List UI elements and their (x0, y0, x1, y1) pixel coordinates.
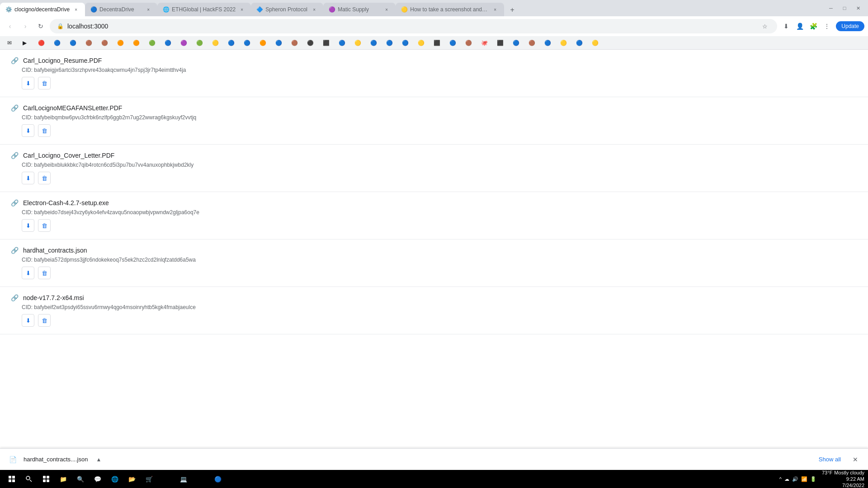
file-2-download-button[interactable]: ⬇ (22, 124, 34, 137)
bookmark-17[interactable]: 🟠 (256, 39, 270, 47)
maximize-button[interactable]: □ (838, 2, 851, 14)
bookmark-7[interactable]: 🟤 (98, 39, 112, 47)
back-button[interactable]: ‹ (4, 20, 16, 33)
bookmark-34[interactable]: 🟤 (525, 39, 539, 47)
show-all-button[interactable]: Show all (815, 454, 844, 465)
taskbar-chat[interactable]: 💬 (90, 471, 106, 487)
tray-chevron[interactable]: ^ (779, 476, 782, 482)
bookmark-26[interactable]: 🔵 (398, 39, 412, 47)
taskbar-task-view[interactable] (38, 471, 54, 487)
taskbar-search-2[interactable]: 🔍 (72, 471, 89, 487)
file-1-download-button[interactable]: ⬇ (22, 77, 34, 89)
bookmark-30[interactable]: 🟤 (462, 39, 476, 47)
tray-cloud[interactable]: ☁ (784, 476, 789, 482)
bookmark-22[interactable]: 🔵 (335, 39, 349, 47)
close-button[interactable]: ✕ (852, 2, 864, 14)
bookmark-14[interactable]: 🟡 (208, 39, 222, 47)
bookmark-4[interactable]: 🔵 (50, 39, 64, 47)
taskbar-node[interactable]: ⬡ (193, 471, 209, 487)
downloads-icon[interactable]: ⬇ (780, 20, 793, 33)
bookmark-38[interactable]: 🟡 (588, 39, 602, 47)
taskbar-mail[interactable]: ✉ (158, 471, 175, 487)
tab-5-close[interactable]: × (383, 6, 390, 13)
bookmark-36[interactable]: 🟡 (557, 39, 571, 47)
bookmark-youtube[interactable]: ▶ (19, 39, 33, 47)
tab-1[interactable]: ⚙️ clocigno/decentraDrive × (0, 3, 85, 16)
bookmark-24[interactable]: 🔵 (367, 39, 381, 47)
file-5-delete-button[interactable]: 🗑 (38, 267, 51, 279)
bookmark-15[interactable]: 🔵 (224, 39, 238, 47)
bookmark-19[interactable]: 🟤 (288, 39, 302, 47)
bookmark-37[interactable]: 🔵 (572, 39, 586, 47)
taskbar-dev[interactable]: 💻 (175, 471, 192, 487)
file-6-download-button[interactable]: ⬇ (22, 314, 34, 327)
bookmark-21[interactable]: ⬛ (319, 39, 333, 47)
tray-volume[interactable]: 🔊 (792, 476, 798, 482)
file-2-delete-button[interactable]: 🗑 (38, 124, 51, 137)
taskbar-file-explorer[interactable]: 📁 (55, 471, 71, 487)
taskbar-store[interactable]: 🛒 (141, 471, 157, 487)
new-tab-button[interactable]: + (506, 4, 519, 16)
extensions-icon[interactable]: 🧩 (807, 20, 820, 33)
file-4-delete-button[interactable]: 🗑 (38, 219, 51, 232)
tray-network[interactable]: 📶 (801, 476, 807, 482)
bookmark-11[interactable]: 🔵 (161, 39, 175, 47)
bookmark-35[interactable]: 🔵 (541, 39, 555, 47)
bookmark-27[interactable]: 🟡 (414, 39, 428, 47)
file-1-delete-button[interactable]: 🗑 (38, 77, 51, 89)
file-6-delete-button[interactable]: 🗑 (38, 314, 51, 327)
taskbar-browser[interactable]: 🌐 (107, 471, 123, 487)
bookmark-20[interactable]: ⚫ (303, 39, 317, 47)
bookmark-gmail[interactable]: ✉ (4, 39, 17, 47)
bookmark-28[interactable]: ⬛ (430, 39, 444, 47)
bookmark-13[interactable]: 🟢 (193, 39, 207, 47)
tab-6[interactable]: 🟡 How to take a screenshot and s… × (396, 3, 504, 16)
bookmark-32[interactable]: ⬛ (493, 39, 507, 47)
bookmark-16[interactable]: 🔵 (240, 39, 254, 47)
bookmark-12[interactable]: 🟣 (177, 39, 191, 47)
file-4-download-button[interactable]: ⬇ (22, 219, 34, 232)
bookmark-25[interactable]: 🔵 (382, 39, 396, 47)
minimize-button[interactable]: ─ (825, 2, 837, 14)
bookmark-9[interactable]: 🟠 (129, 39, 143, 47)
bookmark-33[interactable]: 🔵 (509, 39, 523, 47)
tab-2[interactable]: 🔵 DecentraDrive × (85, 3, 157, 16)
tab-5[interactable]: 🟣 Matic Supply × (323, 3, 396, 16)
file-5-download-button[interactable]: ⬇ (22, 267, 34, 279)
file-3-delete-button[interactable]: 🗑 (38, 172, 51, 184)
taskbar-files[interactable]: 📂 (124, 471, 140, 487)
taskbar-search[interactable] (21, 471, 37, 487)
tray-battery[interactable]: 🔋 (810, 476, 816, 482)
bookmark-6[interactable]: 🟤 (82, 39, 96, 47)
bookmark-3[interactable]: 🔴 (34, 39, 48, 47)
bookmark-star-icon[interactable]: ☆ (760, 21, 770, 31)
bookmark-18[interactable]: 🔵 (272, 39, 286, 47)
bookmark-5[interactable]: 🔵 (66, 39, 80, 47)
download-chevron-button[interactable]: ▲ (93, 454, 104, 465)
tab-3-close[interactable]: × (238, 6, 245, 13)
tab-1-close[interactable]: × (72, 6, 80, 13)
bookmark-31[interactable]: 🐙 (477, 39, 491, 47)
download-close-button[interactable]: ✕ (850, 454, 861, 465)
bookmark-29[interactable]: 🔵 (446, 39, 460, 47)
taskbar-security[interactable]: 🛡 (227, 471, 243, 487)
weather-display: 73°F Mostly cloudy (822, 469, 864, 476)
tab-2-close[interactable]: × (145, 6, 152, 13)
more-icon[interactable]: ⋮ (821, 20, 833, 33)
address-input[interactable]: 🔒 localhost:3000 ☆ (50, 19, 777, 33)
taskbar-chrome[interactable]: 🔵 (210, 471, 226, 487)
tab-4-close[interactable]: × (311, 6, 318, 13)
tab-6-close[interactable]: × (491, 6, 499, 13)
start-button[interactable] (4, 471, 20, 487)
bookmark-23[interactable]: 🟡 (351, 39, 365, 47)
reload-button[interactable]: ↻ (34, 20, 47, 33)
bookmark-10[interactable]: 🟢 (145, 39, 159, 47)
forward-button[interactable]: › (19, 20, 32, 33)
address-bar: ‹ › ↻ 🔒 localhost:3000 ☆ ⬇ 👤 🧩 ⋮ Update (0, 16, 868, 36)
tab-4[interactable]: 🔷 Spheron Protocol × (251, 3, 323, 16)
update-button[interactable]: Update (836, 21, 864, 31)
profile-icon[interactable]: 👤 (793, 20, 806, 33)
tab-3[interactable]: 🌐 ETHGlobal | HackFS 2022 × (157, 3, 251, 16)
file-3-download-button[interactable]: ⬇ (22, 172, 34, 184)
bookmark-8[interactable]: 🟠 (113, 39, 127, 47)
